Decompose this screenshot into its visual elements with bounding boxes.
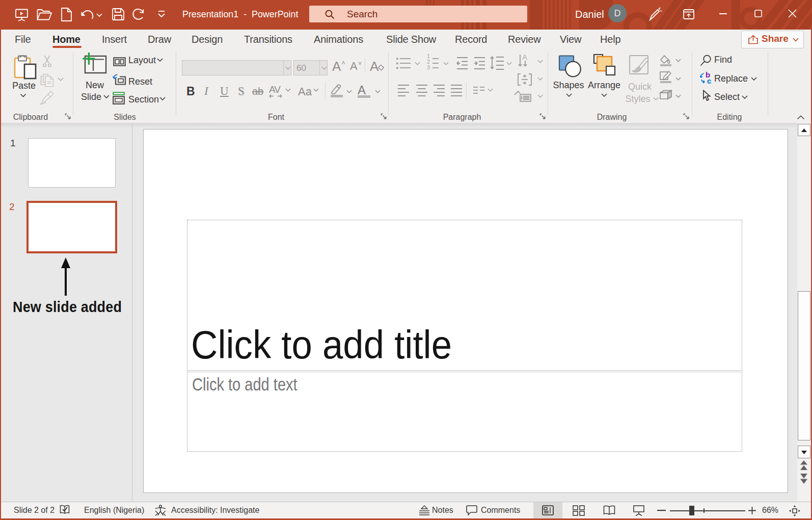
svg-text:c: c [707,76,711,85]
svg-text:A: A [522,54,527,61]
